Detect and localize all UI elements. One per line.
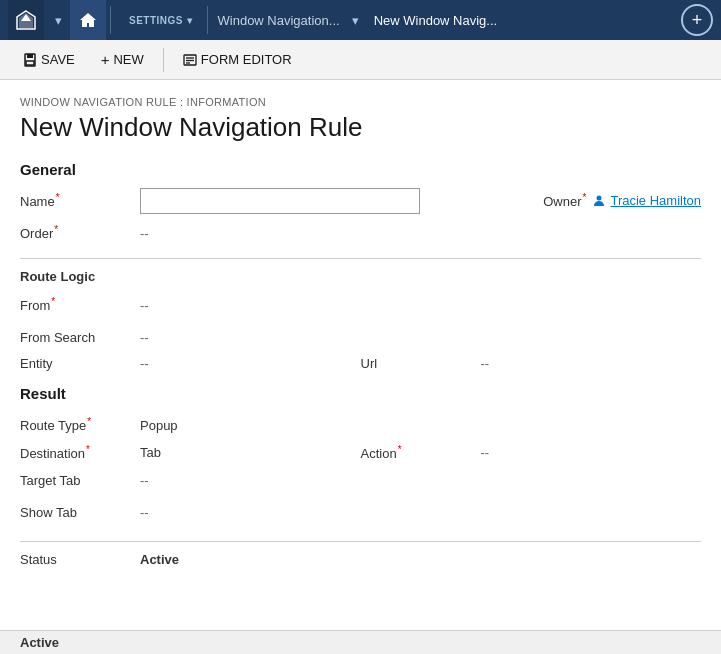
svg-rect-4 <box>27 54 33 58</box>
nav-divider <box>110 6 111 34</box>
action-required: * <box>398 444 402 455</box>
entity-col: Entity -- <box>20 356 361 371</box>
target-tab-row: Target Tab -- <box>20 467 701 493</box>
save-label: SAVE <box>41 52 75 67</box>
add-button[interactable]: + <box>681 4 713 36</box>
destination-action-row: Destination* Tab Action* -- <box>20 444 701 461</box>
route-logic-divider <box>20 258 701 259</box>
entity-value: -- <box>140 356 149 371</box>
action-col: Action* -- <box>361 444 702 461</box>
new-label: NEW <box>113 52 143 67</box>
settings-caret: ▾ <box>187 15 193 26</box>
route-type-row: Route Type* Popup <box>20 412 701 438</box>
form-breadcrumb: WINDOW NAVIGATION RULE : INFORMATION <box>20 96 701 108</box>
destination-label: Destination* <box>20 444 140 461</box>
home-button[interactable] <box>70 0 106 40</box>
active-page-label: New Window Navig... <box>374 13 498 28</box>
from-value: -- <box>140 298 149 313</box>
owner-required: * <box>583 192 587 203</box>
from-required: * <box>51 296 55 307</box>
route-type-value: Popup <box>140 418 178 433</box>
logo-icon <box>15 9 37 31</box>
route-logic-title: Route Logic <box>20 269 701 284</box>
destination-col: Destination* Tab <box>20 444 361 461</box>
status-col: Status Active <box>20 552 701 567</box>
save-button[interactable]: SAVE <box>12 46 86 73</box>
home-icon <box>79 11 97 29</box>
form-editor-icon <box>183 53 197 67</box>
form-title: New Window Navigation Rule <box>20 112 701 143</box>
topbar: ▾ SETTINGS ▾ Window Navigation... ▾ New … <box>0 0 721 40</box>
new-button[interactable]: + NEW <box>90 46 155 73</box>
name-required: * <box>56 192 60 203</box>
result-section: Result Route Type* Popup Destination* Ta… <box>20 385 701 525</box>
form-toolbar: SAVE + NEW FORM EDITOR <box>0 40 721 80</box>
from-label: From* <box>20 296 140 313</box>
result-section-title: Result <box>20 385 701 402</box>
action-value: -- <box>481 445 490 460</box>
target-tab-value: -- <box>140 473 149 488</box>
destination-required: * <box>86 444 90 455</box>
show-tab-label: Show Tab <box>20 505 140 520</box>
form-editor-label: FORM EDITOR <box>201 52 292 67</box>
status-label: Status <box>20 552 140 567</box>
settings-nav[interactable]: SETTINGS ▾ <box>115 0 203 40</box>
url-label: Url <box>361 356 481 371</box>
order-required: * <box>54 224 58 235</box>
owner-label: Owner* <box>543 192 586 209</box>
show-tab-value: -- <box>140 505 149 520</box>
nav-divider2 <box>207 6 208 34</box>
app-logo[interactable] <box>8 0 44 40</box>
destination-value: Tab <box>140 445 161 460</box>
name-label: Name* <box>20 192 140 209</box>
owner-link[interactable]: Tracie Hamilton <box>592 193 701 208</box>
from-search-value: -- <box>140 330 149 345</box>
owner-row: Owner* Tracie Hamilton <box>420 192 701 209</box>
entity-label: Entity <box>20 356 140 371</box>
show-tab-row: Show Tab -- <box>20 499 701 525</box>
name-input[interactable] <box>140 188 420 214</box>
route-type-required: * <box>87 416 91 427</box>
svg-point-10 <box>597 195 602 200</box>
owner-value: Tracie Hamilton <box>610 193 701 208</box>
url-col: Url -- <box>361 356 702 371</box>
status-bar-value: Active <box>20 635 59 650</box>
plus-icon: + <box>101 52 110 67</box>
route-type-label: Route Type* <box>20 416 140 433</box>
breadcrumb1-nav[interactable]: Window Navigation... <box>212 0 346 40</box>
action-label: Action* <box>361 444 481 461</box>
target-tab-label: Target Tab <box>20 473 140 488</box>
general-section-title: General <box>20 161 701 178</box>
order-row: Order* -- <box>20 220 701 246</box>
breadcrumb1-label: Window Navigation... <box>218 13 340 28</box>
order-value: -- <box>140 226 149 241</box>
status-row: Status Active <box>20 552 701 567</box>
form-editor-button[interactable]: FORM EDITOR <box>172 46 303 73</box>
name-row: Name* Owner* Tracie Hamilton <box>20 188 701 214</box>
from-search-row: From Search -- <box>20 324 701 350</box>
app-dropdown-caret[interactable]: ▾ <box>46 0 70 40</box>
breadcrumb-caret[interactable]: ▾ <box>346 0 366 40</box>
settings-label: SETTINGS <box>129 15 183 26</box>
status-value: Active <box>140 552 179 567</box>
save-icon <box>23 53 37 67</box>
order-label: Order* <box>20 224 140 241</box>
entity-url-row: Entity -- Url -- <box>20 356 701 371</box>
from-search-label: From Search <box>20 330 140 345</box>
add-icon: + <box>692 10 703 31</box>
status-section: Status Active <box>20 541 701 567</box>
from-row: From* -- <box>20 292 701 318</box>
toolbar-divider <box>163 48 164 72</box>
active-page-nav: New Window Navig... <box>366 0 506 40</box>
main-content: WINDOW NAVIGATION RULE : INFORMATION New… <box>0 80 721 654</box>
svg-rect-5 <box>26 61 34 65</box>
url-value: -- <box>481 356 490 371</box>
status-bar: Active <box>0 630 721 654</box>
person-icon <box>592 194 606 208</box>
